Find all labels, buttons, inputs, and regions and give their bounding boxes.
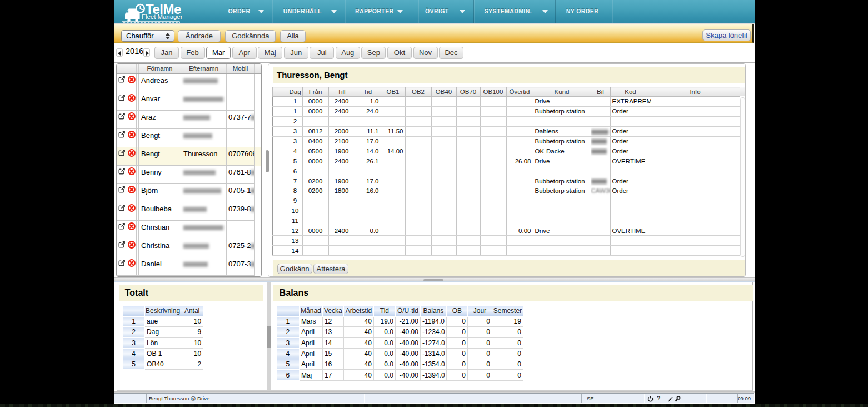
svg-text:Fleet Manager: Fleet Manager <box>142 13 183 20</box>
